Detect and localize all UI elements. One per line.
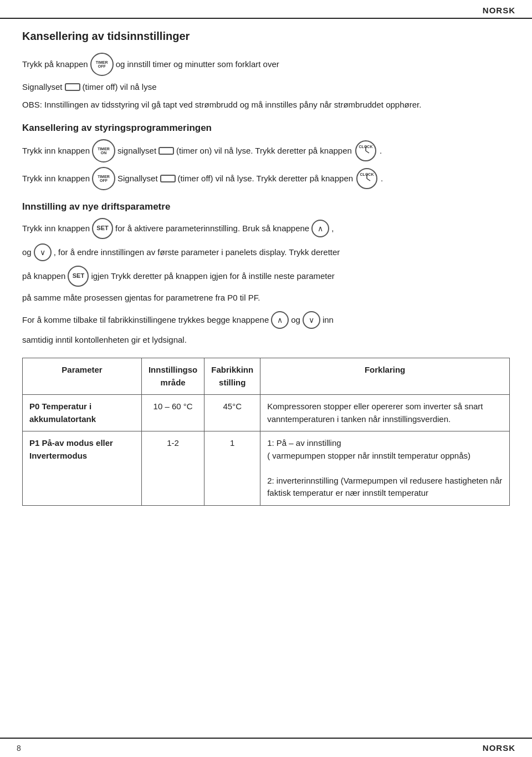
timer-off-button-2[interactable]: TIMER OFF: [92, 167, 115, 190]
factory-p1: 1: [204, 431, 260, 506]
header-label: NORSK: [483, 6, 515, 15]
section3-line1-post: for å aktivere parameterinnstilling. Bru…: [115, 222, 309, 235]
section3-line2-post: , for å endre innstillingen av første pa…: [54, 246, 340, 259]
section3-line6: samtidig inntil kontollenheten gir et ly…: [22, 333, 510, 347]
section1-line1: Trykk på knappen TIMER OFF og innstill t…: [22, 53, 510, 76]
section2-line2-pre: Trykk inn knappen: [22, 172, 90, 185]
section-kansellering-styring: Kansellering av styringsprogrammeringen …: [22, 123, 510, 190]
param-p1: P1 På-av modus eller Invertermodus: [23, 431, 142, 506]
explanation-p0: Kompressoren stopper eller opererer som …: [260, 395, 510, 431]
timer-off-button-1[interactable]: TIMER OFF: [90, 53, 114, 76]
clock-icon-1: CLOCK: [354, 139, 377, 162]
down-button-1[interactable]: ∨: [34, 243, 52, 261]
section1-obs: OBS: Innstillingen av tidsstyring vil gå…: [22, 98, 510, 111]
section3-line3-post: igjen Trykk deretter på knappen igjen fo…: [91, 270, 334, 283]
signal-icon-1: [65, 83, 80, 91]
section3-title: Innstilling av nye driftsparametre: [22, 201, 510, 212]
section2-line1-mid: signallyset: [117, 144, 156, 158]
section2-line1-post: (timer on) vil nå lyse. Trykk deretter p…: [176, 144, 352, 158]
section1-line2: Signallyset (timer off) vil nå lyse: [22, 80, 510, 94]
down-button-2[interactable]: ∨: [303, 311, 320, 329]
signal-icon-2: [158, 147, 174, 155]
page-number: 8: [17, 744, 21, 753]
section3-line2-pre: og: [22, 246, 32, 259]
set-button-1[interactable]: SET: [92, 218, 113, 239]
section1-title: Kansellering av tidsinnstillinger: [22, 30, 510, 43]
timer-on-button-1[interactable]: TIMER ON: [92, 139, 115, 162]
section1-line1-post: og innstill timer og minutter som forkla…: [116, 58, 279, 71]
section1-line2-pre: Signallyset: [22, 80, 63, 94]
up-button-1[interactable]: ∧: [311, 220, 329, 237]
set-button-2[interactable]: SET: [68, 266, 89, 287]
section3-line5-post: inn: [323, 313, 334, 327]
section3-comma: ,: [331, 222, 334, 235]
section3-line5-mid: og: [291, 313, 300, 327]
table-header-row: Parameter Innstillingsområde Fabrikkinns…: [23, 358, 510, 395]
section2-line1: Trykk inn knappen TIMER ON signallyset (…: [22, 139, 510, 162]
factory-p0: 45°C: [204, 395, 260, 431]
col-header-parameter: Parameter: [23, 358, 142, 395]
section1-line1-pre: Trykk på knappen: [22, 58, 88, 71]
range-p0: 10 – 60 °C: [141, 395, 204, 431]
section1-line2-post: (timer off) vil nå lyse: [83, 80, 157, 94]
params-table: Parameter Innstillingsområde Fabrikkinns…: [22, 358, 510, 506]
section2-title: Kansellering av styringsprogrammeringen: [22, 123, 510, 134]
col-header-fabrikkinn: Fabrikkinnstilling: [204, 358, 260, 395]
explanation-p1: 1: På – av innstilling ( varmepumpen sto…: [260, 431, 510, 506]
clock-icon-2: CLOCK: [355, 167, 378, 190]
section2-line2-dot2: .: [381, 172, 383, 185]
main-content: Kansellering av tidsinnstillinger Trykk …: [0, 19, 532, 539]
section2-line2: Trykk inn knappen TIMER OFF Signallyset …: [22, 167, 510, 190]
signal-icon-3: [160, 175, 176, 182]
section3-line3: på knappen SET igjen Trykk deretter på k…: [22, 266, 510, 287]
section3-line4: på samme måte prosessen gjentas for para…: [22, 291, 510, 304]
section-kansellering-tids: Kansellering av tidsinnstillinger Trykk …: [22, 30, 510, 111]
section2-line2-mid: Signallyset: [117, 172, 158, 185]
page-footer: 8 NORSK: [0, 738, 532, 757]
section3-line1: Trykk inn knappen SET for å aktivere par…: [22, 218, 510, 239]
section3-line1-pre: Trykk inn knappen: [22, 222, 90, 235]
section3-line3-pre: på knappen: [22, 270, 65, 283]
footer-label: NORSK: [483, 743, 515, 753]
section2-line2-post: (timer off) vil nå lyse. Trykk deretter …: [178, 172, 354, 185]
col-header-innstilling: Innstillingsområde: [141, 358, 204, 395]
up-button-2[interactable]: ∧: [271, 311, 289, 329]
table-row: P1 På-av modus eller Invertermodus 1-2 1…: [23, 431, 510, 506]
param-p0: P0 Temperatur i akkumulatortank: [23, 395, 142, 431]
section2-line1-pre: Trykk inn knappen: [22, 144, 90, 158]
section2-line1-dot1: .: [380, 144, 382, 158]
section3-line5-pre: For å komme tilbake til fabrikkinstillin…: [22, 313, 269, 327]
section3-line2: og ∨ , for å endre innstillingen av førs…: [22, 243, 510, 261]
page-header: NORSK: [0, 0, 532, 19]
col-header-forklaring: Forklaring: [260, 358, 510, 395]
section-innstilling: Innstilling av nye driftsparametre Trykk…: [22, 201, 510, 347]
table-row: P0 Temperatur i akkumulatortank 10 – 60 …: [23, 395, 510, 431]
range-p1: 1-2: [141, 431, 204, 506]
section3-line5: For å komme tilbake til fabrikkinstillin…: [22, 311, 510, 329]
